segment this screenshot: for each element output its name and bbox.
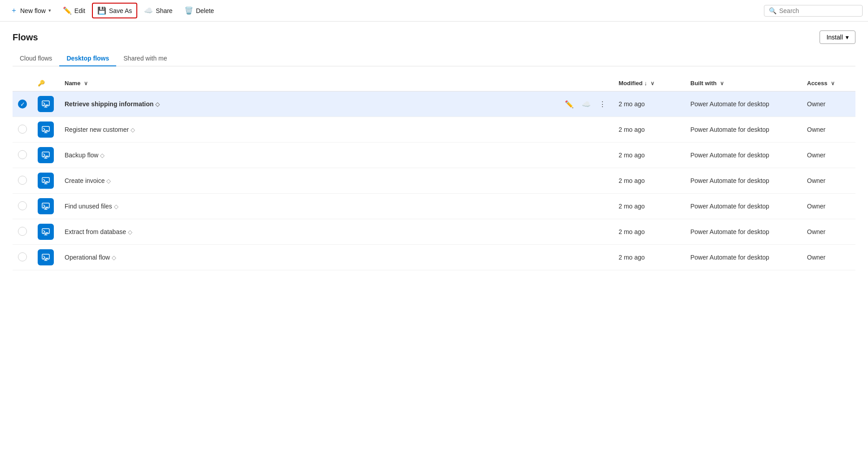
row-modified: 2 mo ago <box>613 245 685 270</box>
premium-icon: ◇ <box>112 254 116 261</box>
row-name[interactable]: Operational flow ◇ <box>59 245 613 270</box>
row-built-with: Power Automate for desktop <box>685 143 802 168</box>
row-more-button[interactable]: ⋮ <box>597 99 608 109</box>
check-empty-icon <box>18 201 27 210</box>
desktop-flow-icon <box>38 173 54 189</box>
tab-cloud-flows[interactable]: Cloud flows <box>13 51 59 66</box>
share-icon: ☁️ <box>144 6 153 15</box>
install-button[interactable]: Install ▾ <box>820 30 855 44</box>
row-checkbox[interactable] <box>13 168 32 194</box>
desktop-flow-icon <box>38 198 54 214</box>
row-flow-icon <box>32 143 59 168</box>
row-access: Owner <box>802 194 855 219</box>
flow-name-text: Create invoice ◇ <box>65 177 111 184</box>
search-area: 🔍 <box>764 5 863 17</box>
toolbar: ＋ New flow ▾ ✏️ Edit 💾 Save As ☁️ Share … <box>0 0 868 22</box>
premium-icon: ◇ <box>100 152 105 159</box>
flow-name-text: Find unused files ◇ <box>65 203 118 210</box>
row-checkbox[interactable]: ✓ <box>13 91 32 117</box>
flow-name-text: Retrieve shipping information ◇ <box>65 100 160 108</box>
row-checkbox[interactable] <box>13 117 32 143</box>
edit-icon: ✏️ <box>63 6 72 15</box>
desktop-flow-icon <box>38 121 54 138</box>
row-flow-icon <box>32 194 59 219</box>
col-header-name[interactable]: Name ∨ <box>59 75 613 91</box>
row-flow-icon <box>32 168 59 194</box>
col-header-access[interactable]: Access ∨ <box>802 75 855 91</box>
plus-icon: ＋ <box>10 6 17 15</box>
row-name[interactable]: Register new customer ◇ <box>59 117 613 143</box>
row-access: Owner <box>802 219 855 245</box>
save-as-icon: 💾 <box>97 6 106 15</box>
edit-button[interactable]: ✏️ Edit <box>58 3 90 18</box>
row-name[interactable]: Create invoice ◇ <box>59 168 613 194</box>
row-access: Owner <box>802 117 855 143</box>
row-built-with: Power Automate for desktop <box>685 245 802 270</box>
premium-icon: ◇ <box>114 203 118 210</box>
check-empty-icon <box>18 150 27 159</box>
chevron-down-icon: ▾ <box>48 8 51 13</box>
share-label: Share <box>156 7 172 14</box>
row-flow-icon <box>32 245 59 270</box>
table-row[interactable]: Find unused files ◇2 mo agoPower Automat… <box>13 194 855 219</box>
row-built-with: Power Automate for desktop <box>685 194 802 219</box>
col-header-icon: 🔑 <box>32 75 59 91</box>
desktop-flow-icon <box>38 249 54 265</box>
row-share-button[interactable]: ☁️ <box>580 99 593 109</box>
page-title: Flows <box>13 32 38 43</box>
row-name[interactable]: Backup flow ◇ <box>59 143 613 168</box>
check-empty-icon <box>18 227 27 236</box>
row-access: Owner <box>802 245 855 270</box>
flow-name-text: Backup flow ◇ <box>65 152 105 159</box>
row-name[interactable]: Retrieve shipping information ◇ ✏️ ☁️ ⋮ <box>59 91 613 117</box>
row-checkbox[interactable] <box>13 194 32 219</box>
premium-icon: ◇ <box>155 101 160 108</box>
save-as-button[interactable]: 💾 Save As <box>92 3 137 18</box>
sort-access-icon: ∨ <box>831 80 835 87</box>
row-flow-icon <box>32 91 59 117</box>
row-modified: 2 mo ago <box>613 219 685 245</box>
delete-button[interactable]: 🗑️ Delete <box>179 3 219 18</box>
row-checkbox[interactable] <box>13 219 32 245</box>
row-name[interactable]: Extract from database ◇ <box>59 219 613 245</box>
col-header-modified[interactable]: Modified ↓ ∨ <box>613 75 685 91</box>
table-row[interactable]: Create invoice ◇2 mo agoPower Automate f… <box>13 168 855 194</box>
row-built-with: Power Automate for desktop <box>685 168 802 194</box>
sort-built-icon: ∨ <box>720 80 724 87</box>
table-row[interactable]: Extract from database ◇2 mo agoPower Aut… <box>13 219 855 245</box>
page-title-row: Flows Install ▾ <box>13 30 855 44</box>
row-action-buttons: ✏️ ☁️ ⋮ <box>563 99 608 109</box>
check-empty-icon <box>18 125 27 134</box>
row-flow-icon <box>32 219 59 245</box>
table-row[interactable]: Operational flow ◇2 mo agoPower Automate… <box>13 245 855 270</box>
premium-icon: ◇ <box>131 126 135 133</box>
table-row[interactable]: Register new customer ◇2 mo agoPower Aut… <box>13 117 855 143</box>
row-modified: 2 mo ago <box>613 168 685 194</box>
row-flow-icon <box>32 117 59 143</box>
row-edit-button[interactable]: ✏️ <box>563 99 576 109</box>
install-label: Install <box>826 34 843 41</box>
table-header-row: 🔑 Name ∨ Modified ↓ ∨ Built with ∨ Acces… <box>13 75 855 91</box>
new-flow-button[interactable]: ＋ New flow ▾ <box>5 3 56 18</box>
row-modified: 2 mo ago <box>613 194 685 219</box>
desktop-flow-icon <box>38 147 54 163</box>
tab-desktop-flows[interactable]: Desktop flows <box>59 51 116 66</box>
table-row[interactable]: Backup flow ◇2 mo agoPower Automate for … <box>13 143 855 168</box>
desktop-flow-icon <box>38 96 54 112</box>
share-button[interactable]: ☁️ Share <box>139 3 177 18</box>
row-modified: 2 mo ago <box>613 91 685 117</box>
row-checkbox[interactable] <box>13 245 32 270</box>
row-modified: 2 mo ago <box>613 117 685 143</box>
col-header-check <box>13 75 32 91</box>
check-empty-icon <box>18 252 27 261</box>
sort-modified-icon: ∨ <box>650 80 654 87</box>
search-input[interactable] <box>779 7 858 14</box>
tab-shared-with-me[interactable]: Shared with me <box>116 51 174 66</box>
col-header-built-with[interactable]: Built with ∨ <box>685 75 802 91</box>
row-name[interactable]: Find unused files ◇ <box>59 194 613 219</box>
row-checkbox[interactable] <box>13 143 32 168</box>
row-built-with: Power Automate for desktop <box>685 219 802 245</box>
check-empty-icon <box>18 176 27 185</box>
table-row[interactable]: ✓ Retrieve shipping information ◇ ✏️ ☁️ … <box>13 91 855 117</box>
check-selected-icon: ✓ <box>18 100 27 108</box>
